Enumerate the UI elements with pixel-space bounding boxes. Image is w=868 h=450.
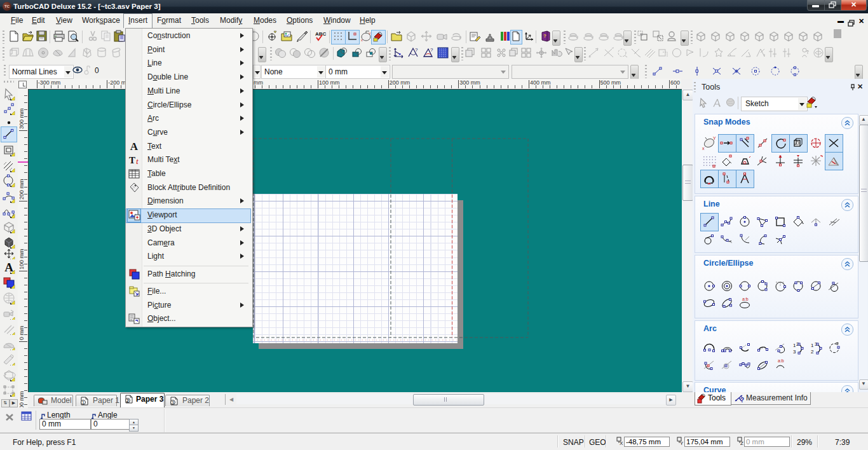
svg-text:X: X bbox=[620, 440, 623, 446]
svg-text:2: 2 bbox=[126, 399, 129, 403]
svg-text:2: 2 bbox=[811, 349, 814, 355]
svg-text:x: x bbox=[361, 38, 363, 42]
svg-text:?: ? bbox=[430, 47, 433, 53]
svg-text:a:b: a:b bbox=[742, 297, 749, 301]
svg-text:a:b: a:b bbox=[778, 358, 784, 363]
svg-text:3: 3 bbox=[793, 349, 796, 355]
svg-text:×: × bbox=[779, 154, 782, 158]
svg-text:A: A bbox=[130, 140, 139, 153]
svg-text:Y: Y bbox=[713, 136, 716, 140]
svg-text:t: t bbox=[136, 157, 139, 166]
svg-text:Z: Z bbox=[740, 440, 743, 446]
svg-text:Y: Y bbox=[680, 440, 684, 446]
svg-text:?: ? bbox=[740, 397, 744, 404]
svg-text:?: ? bbox=[543, 33, 546, 39]
svg-text:1: 1 bbox=[82, 400, 85, 405]
svg-text:?: ? bbox=[415, 47, 418, 53]
svg-text:1: 1 bbox=[811, 343, 814, 348]
svg-text:T: T bbox=[129, 155, 135, 165]
svg-text:3: 3 bbox=[172, 400, 174, 405]
svg-text:A: A bbox=[4, 261, 13, 274]
svg-text:x: x bbox=[702, 146, 705, 151]
